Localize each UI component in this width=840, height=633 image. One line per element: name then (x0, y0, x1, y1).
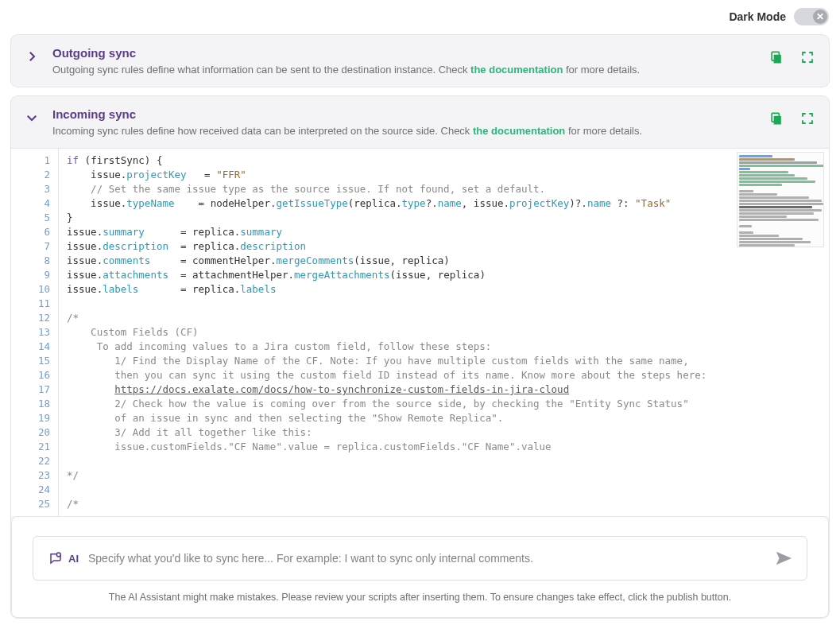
incoming-header-body: Incoming sync Incoming sync rules define… (52, 107, 642, 137)
copy-icon[interactable] (768, 111, 784, 126)
top-bar: Dark Mode ✕ (11, 8, 829, 25)
ai-input-box[interactable]: AI Specify what you'd like to sync here.… (33, 536, 807, 581)
ai-badge: AI (48, 551, 79, 565)
ai-disclaimer: The AI Assistant might make mistakes. Pl… (33, 592, 807, 603)
incoming-actions (768, 107, 815, 126)
incoming-doc-link[interactable]: the documentation (473, 125, 565, 137)
chevron-down-icon (22, 107, 41, 125)
svg-rect-2 (774, 116, 781, 125)
ai-placeholder: Specify what you'd like to sync here... … (88, 552, 765, 565)
chevron-right-icon (22, 46, 41, 64)
outgoing-doc-link[interactable]: the documentation (470, 64, 563, 76)
outgoing-sync-header[interactable]: Outgoing sync Outgoing sync rules define… (11, 35, 829, 87)
outgoing-header-body: Outgoing sync Outgoing sync rules define… (52, 46, 640, 76)
copy-icon[interactable] (768, 49, 784, 65)
send-icon[interactable] (775, 550, 792, 567)
code-content[interactable]: if (firstSync) { issue.projectKey = "FFR… (59, 149, 829, 516)
expand-icon[interactable] (800, 111, 815, 126)
outgoing-actions (768, 46, 815, 65)
incoming-desc: Incoming sync rules define how received … (52, 125, 642, 137)
code-minimap[interactable] (737, 152, 824, 247)
line-gutter: 1234567891011121314151617181920212223242… (11, 149, 59, 516)
ai-assistant-panel: AI Specify what you'd like to sync here.… (11, 516, 829, 618)
svg-point-4 (56, 553, 60, 557)
outgoing-title: Outgoing sync (52, 46, 640, 60)
svg-rect-0 (774, 55, 781, 64)
ai-badge-text: AI (68, 553, 79, 565)
outgoing-desc: Outgoing sync rules define what informat… (52, 64, 640, 76)
incoming-sync-header[interactable]: Incoming sync Incoming sync rules define… (11, 96, 829, 148)
dark-mode-toggle[interactable]: ✕ (794, 8, 829, 25)
code-editor[interactable]: 1234567891011121314151617181920212223242… (11, 148, 829, 516)
dark-mode-label: Dark Mode (729, 10, 786, 23)
incoming-title: Incoming sync (52, 107, 642, 122)
incoming-sync-panel: Incoming sync Incoming sync rules define… (11, 96, 829, 618)
outgoing-sync-panel: Outgoing sync Outgoing sync rules define… (11, 35, 829, 87)
toggle-knob-x: ✕ (813, 10, 827, 24)
expand-icon[interactable] (800, 50, 815, 64)
